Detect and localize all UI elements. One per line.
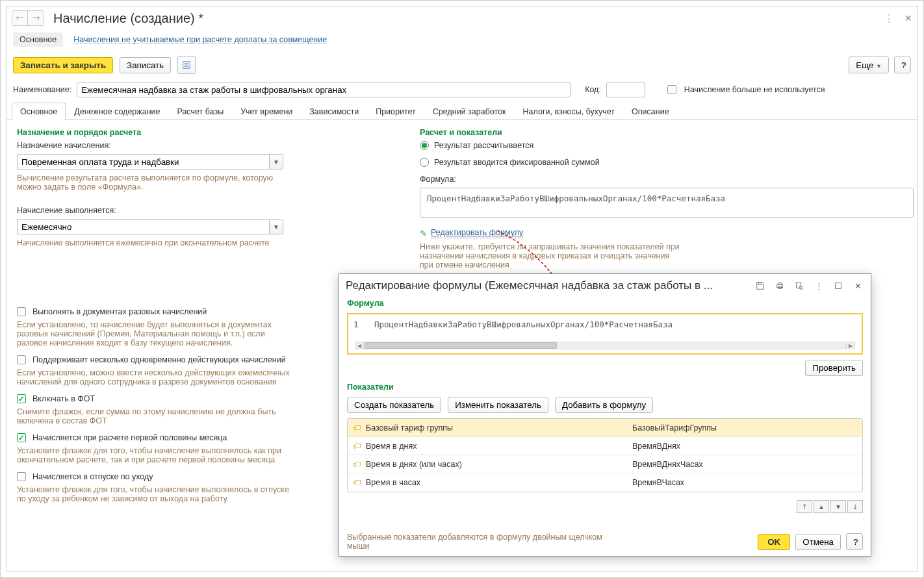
preview-icon[interactable] — [793, 281, 806, 290]
hscroll-left-icon[interactable]: ◀ — [355, 342, 364, 349]
purpose-label: Назначение начисления: — [17, 141, 400, 150]
svg-rect-11 — [836, 283, 841, 289]
more-button[interactable]: Еще ▼ — [849, 57, 889, 73]
modal-kebab-icon[interactable]: ⋮ — [812, 281, 825, 291]
cb-multi-hint: Если установлено, можно ввести несколько… — [17, 368, 290, 386]
below-hint: Ниже укажите, требуется ли запрашивать з… — [420, 242, 680, 270]
radio-computed[interactable] — [420, 141, 429, 150]
cb-leave[interactable] — [17, 472, 26, 481]
table-row[interactable]: 🏷Базовый тариф группы БазовыйТарифГруппы — [348, 419, 862, 437]
formula-editor-dialog: Редактирование формулы (Ежемесячная надб… — [339, 273, 871, 557]
cb-leave-label: Начисляется в отпуске по уходу — [32, 472, 153, 481]
unused-checkbox[interactable] — [667, 85, 676, 94]
table-row[interactable]: 🏷Время в днях ВремяВДнях — [348, 437, 862, 455]
cb-fot[interactable]: ✓ — [17, 394, 26, 403]
tab-base[interactable]: Расчет базы — [168, 103, 232, 120]
code-label: Код: — [585, 85, 601, 94]
unused-label: Начисление больше не используется — [684, 85, 825, 94]
tab-money[interactable]: Денежное содержание — [66, 103, 168, 120]
tab-main[interactable]: Основное — [12, 103, 66, 120]
close-icon[interactable]: ✕ — [905, 13, 912, 23]
radio-fixed-label: Результат вводится фиксированной суммой — [434, 158, 600, 167]
modal-close-icon[interactable]: ✕ — [851, 281, 864, 291]
create-indicator-button[interactable]: Создать показатель — [347, 397, 441, 413]
svg-rect-6 — [778, 283, 781, 285]
save-icon[interactable] — [754, 281, 767, 290]
tag-icon: 🏷 — [353, 460, 361, 469]
save-close-button[interactable]: Записать и закрыть — [13, 57, 113, 73]
move-down-icon[interactable]: ▼ — [830, 500, 846, 513]
table-row[interactable]: 🏷Время в днях (или часах) ВремяВДняхЧаса… — [348, 455, 862, 473]
tab-time[interactable]: Учет времени — [232, 103, 301, 120]
indicators-table: 🏷Базовый тариф группы БазовыйТарифГруппы… — [347, 418, 863, 492]
tab-desc[interactable]: Описание — [623, 103, 678, 120]
cb-fot-hint: Снимите флажок, если сумма по этому начи… — [17, 407, 290, 425]
purpose-dropdown-icon[interactable]: ▼ — [269, 154, 283, 170]
svg-line-10 — [802, 288, 803, 290]
formula-label: Формула: — [420, 175, 914, 184]
table-row[interactable]: 🏷Время в часах ВремяВЧасах — [348, 473, 862, 492]
left-section-title: Назначение и порядок расчета — [17, 128, 400, 137]
move-up-icon[interactable]: ▲ — [814, 500, 829, 513]
radio-computed-label: Результат рассчитывается — [434, 141, 533, 150]
subnav-link[interactable]: Начисления не учитываемые при расчете до… — [73, 35, 327, 44]
add-to-formula-button[interactable]: Добавить в формулу — [555, 397, 653, 413]
move-bottom-icon[interactable]: ⤓ — [847, 500, 863, 513]
cb-oneoff[interactable] — [17, 307, 26, 316]
tag-icon: 🏷 — [353, 442, 361, 451]
modal-help-button[interactable]: ? — [846, 533, 863, 550]
print-icon[interactable] — [773, 281, 786, 290]
tab-priority[interactable]: Приоритет — [367, 103, 424, 120]
radio-fixed[interactable] — [420, 158, 429, 167]
nav-buttons: 🡐 🡒 — [12, 10, 44, 26]
cb-leave-hint: Установите флажок для того, чтобы начисл… — [17, 485, 296, 503]
maximize-icon[interactable] — [832, 281, 845, 290]
exec-dropdown-icon[interactable]: ▼ — [269, 219, 283, 234]
purpose-combo[interactable] — [17, 154, 269, 170]
formula-textarea[interactable]: 1 ПроцентНадбавкиЗаРаботуВШифровальныхОр… — [347, 313, 863, 355]
exec-label: Начисление выполняется: — [17, 206, 400, 215]
list-icon-button[interactable] — [177, 56, 196, 74]
cancel-button[interactable]: Отмена — [795, 534, 841, 550]
help-button[interactable]: ? — [894, 57, 911, 73]
save-button[interactable]: Записать — [120, 57, 171, 73]
tab-tax[interactable]: Налоги, взносы, бухучет — [515, 103, 624, 120]
cb-firsthalf-hint: Установите флажок для того, чтобы начисл… — [17, 446, 296, 464]
page-title: Начисление (создание) * — [53, 11, 203, 26]
tab-deps[interactable]: Зависимости — [301, 103, 367, 120]
cb-firsthalf[interactable]: ✓ — [17, 433, 26, 442]
hscroll-right-icon[interactable]: ▶ — [846, 342, 855, 349]
formula-lineno: 1 — [353, 320, 359, 329]
name-label: Наименование: — [13, 85, 71, 94]
name-input[interactable] — [77, 82, 571, 97]
cb-fot-label: Включать в ФОТ — [32, 394, 95, 403]
cb-firsthalf-label: Начисляется при расчете первой половины … — [32, 433, 227, 442]
tabs: Основное Денежное содержание Расчет базы… — [6, 103, 918, 120]
cb-multi-label: Поддерживает несколько одновременно дейс… — [32, 355, 286, 364]
edit-formula-link[interactable]: Редактировать формулу — [431, 228, 523, 238]
right-section-title: Расчет и показатели — [420, 128, 914, 137]
indicators-label: Показатели — [347, 383, 863, 392]
subnav-main[interactable]: Основное — [13, 32, 63, 47]
modal-title: Редактирование формулы (Ежемесячная надб… — [346, 279, 747, 292]
svg-rect-8 — [797, 283, 801, 288]
forward-button[interactable]: 🡒 — [28, 11, 44, 25]
code-input[interactable] — [606, 82, 645, 97]
tag-icon: 🏷 — [353, 478, 361, 487]
tab-avg[interactable]: Средний заработок — [424, 103, 515, 120]
move-top-icon[interactable]: ⤒ — [797, 500, 812, 513]
check-button[interactable]: Проверить — [805, 360, 863, 376]
hscroll-thumb[interactable] — [365, 342, 557, 349]
ok-button[interactable]: OK — [758, 534, 790, 550]
cb-oneoff-label: Выполнять в документах разовых начислени… — [32, 307, 207, 316]
kebab-icon[interactable]: ⋮ — [884, 12, 894, 25]
tag-icon: 🏷 — [353, 423, 361, 433]
cb-multi[interactable] — [17, 355, 26, 364]
edit-indicator-button[interactable]: Изменить показатель — [448, 397, 548, 413]
back-button[interactable]: 🡐 — [12, 11, 28, 25]
purpose-hint: Вычисление результата расчета выполняетс… — [17, 173, 283, 192]
formula-display: ПроцентНадбавкиЗаРаботуВШифровальныхОрга… — [420, 188, 914, 218]
hscroll-track[interactable] — [364, 342, 846, 349]
formula-text: ПроцентНадбавкиЗаРаботуВШифровальныхОрга… — [374, 320, 673, 329]
exec-combo[interactable] — [17, 219, 269, 234]
